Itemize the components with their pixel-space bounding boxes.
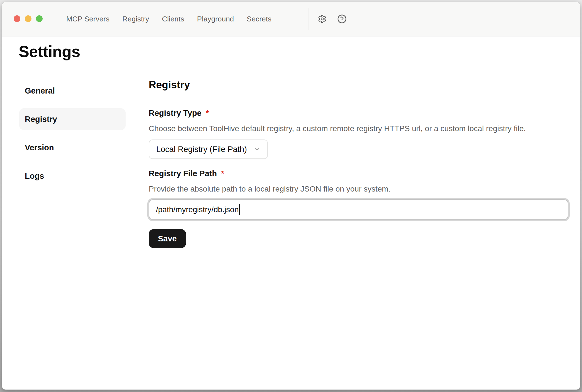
save-button[interactable]: Save <box>149 229 186 248</box>
sidebar-item-general[interactable]: General <box>19 80 126 102</box>
titlebar: MCP Servers Registry Clients Playground … <box>2 2 580 36</box>
registry-file-path-input[interactable]: /path/myregistry/db.json <box>149 199 568 220</box>
nav-item-mcp-servers[interactable]: MCP Servers <box>66 15 109 23</box>
nav-item-registry[interactable]: Registry <box>122 15 149 23</box>
traffic-lights <box>14 15 43 22</box>
required-asterisk: * <box>206 109 209 117</box>
sidebar-item-version[interactable]: Version <box>19 137 126 158</box>
sidebar-item-registry[interactable]: Registry <box>19 108 126 130</box>
registry-type-select[interactable]: Local Registry (File Path) <box>149 139 268 159</box>
settings-gear-icon[interactable] <box>318 14 327 23</box>
titlebar-icon-group <box>318 2 347 36</box>
app-window: MCP Servers Registry Clients Playground … <box>2 2 580 390</box>
settings-sidebar: General Registry Version Logs <box>19 80 126 187</box>
nav-item-clients[interactable]: Clients <box>162 15 184 23</box>
text-cursor <box>239 204 240 215</box>
close-window-button[interactable] <box>14 15 20 22</box>
sidebar-item-logs[interactable]: Logs <box>19 165 126 187</box>
registry-file-path-label-text: Registry File Path <box>149 169 217 178</box>
registry-file-path-label: Registry File Path* <box>149 168 224 179</box>
page-title: Settings <box>19 42 80 61</box>
minimize-window-button[interactable] <box>25 15 31 22</box>
registry-type-label: Registry Type* <box>149 108 209 119</box>
registry-file-path-value: /path/myregistry/db.json <box>156 205 239 214</box>
chevron-down-icon <box>253 146 261 153</box>
required-asterisk: * <box>221 169 224 178</box>
help-icon[interactable] <box>337 14 347 24</box>
nav-item-playground[interactable]: Playground <box>197 15 234 23</box>
registry-type-selected-value: Local Registry (File Path) <box>156 145 250 154</box>
zoom-window-button[interactable] <box>36 15 43 22</box>
titlebar-divider <box>309 8 309 30</box>
registry-file-path-description: Provide the absolute path to a local reg… <box>149 184 390 194</box>
registry-type-description: Choose between ToolHive default registry… <box>149 124 526 134</box>
settings-page: Settings General Registry Version Logs R… <box>2 37 580 389</box>
top-navigation: MCP Servers Registry Clients Playground … <box>66 2 272 36</box>
nav-item-secrets[interactable]: Secrets <box>247 15 272 23</box>
registry-type-label-text: Registry Type <box>149 109 202 117</box>
registry-settings-panel: Registry Registry Type* Choose between T… <box>149 37 568 389</box>
section-title: Registry <box>149 79 190 91</box>
